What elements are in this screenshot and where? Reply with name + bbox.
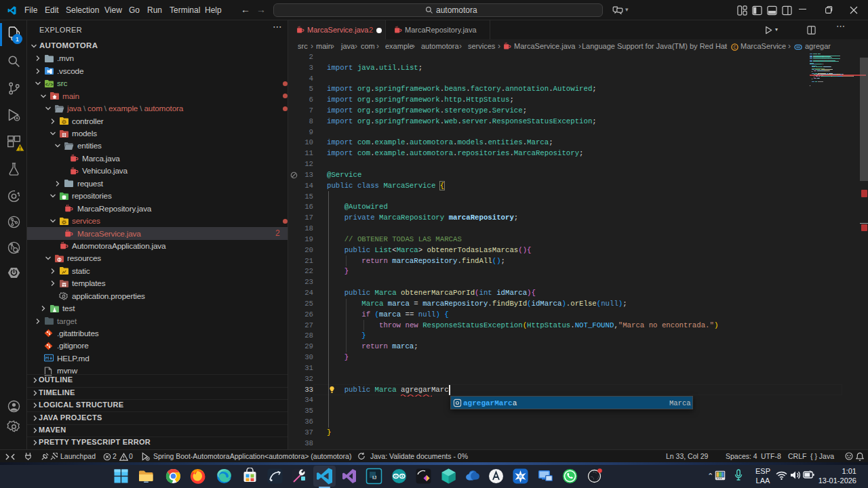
svg-text:</>: </> (45, 83, 54, 87)
svg-text:IJ: IJ (372, 474, 376, 481)
svg-text:C: C (733, 45, 736, 50)
